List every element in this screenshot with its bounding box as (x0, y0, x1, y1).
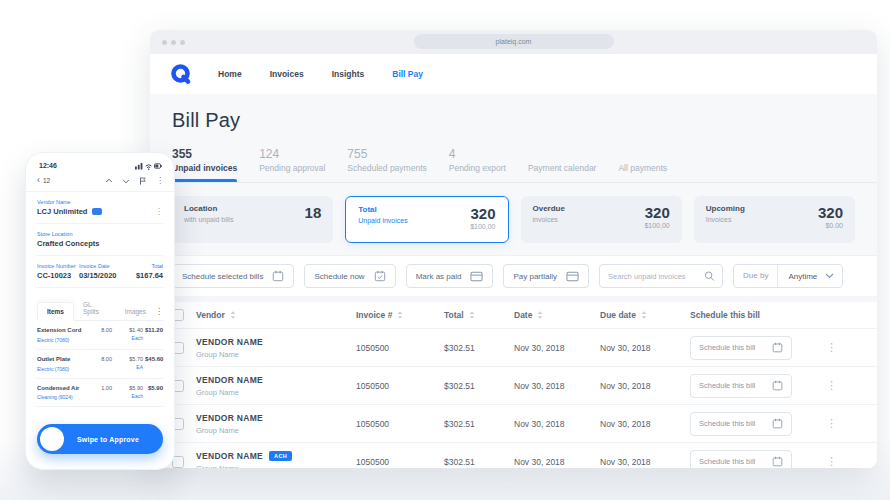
phone-mockup: 12:46 ‹ 12 (25, 152, 175, 470)
card-title: Total (358, 205, 407, 214)
invoices-panel: Schedule selected bills Schedule now (150, 255, 877, 468)
item-qty: 8.00 (95, 356, 112, 372)
tab-all-payments[interactable]: All payments (618, 144, 667, 182)
item-unit: Each (114, 393, 143, 399)
vendor-group: Group Name (196, 426, 356, 435)
column-header-date[interactable]: Date (514, 310, 600, 320)
phone-tab-items[interactable]: Items (37, 302, 74, 321)
tab-count: 4 (449, 147, 506, 163)
row-menu-icon[interactable]: ⋮ (808, 380, 855, 391)
tab-pending-approval[interactable]: 124 Pending approval (259, 144, 325, 182)
menu-icon[interactable]: ⋮ (156, 177, 164, 185)
schedule-this-bill-button[interactable]: Schedule this bill (690, 336, 792, 360)
store-location-label: Store Location (37, 231, 163, 237)
search-input[interactable] (608, 272, 704, 281)
sort-icon[interactable] (537, 310, 543, 320)
tab-unpaid-invoices[interactable]: 355 Unpaid invoices (172, 144, 237, 182)
address-bar[interactable]: plateiq.com (414, 34, 614, 49)
swipe-to-approve-button[interactable]: Swipe to Approve (37, 424, 163, 454)
pay-partially-button[interactable]: Pay partially (503, 264, 589, 288)
window-control-dot[interactable] (162, 40, 167, 45)
card-subtitle: Unpaid invoices (358, 217, 407, 224)
schedule-now-button[interactable]: Schedule now (304, 264, 395, 288)
item-price: $5.90 (114, 385, 143, 391)
nav-item-invoices[interactable]: Invoices (270, 69, 304, 79)
button-label: Schedule selected bills (182, 272, 263, 281)
calendar-icon (772, 342, 783, 353)
item-total: $5.90 (145, 385, 163, 401)
tab-label: All payments (618, 163, 667, 182)
back-button[interactable]: ‹ 12 (37, 176, 50, 185)
vendor-group: Group Name (196, 464, 356, 469)
chevron-down-icon[interactable] (122, 177, 130, 185)
tab-payment-calendar[interactable]: Payment calendar (528, 144, 597, 182)
schedule-this-bill-button[interactable]: Schedule this bill (690, 450, 792, 469)
vendor-chip-icon[interactable] (92, 208, 102, 215)
column-header-vendor[interactable]: Vendor (196, 310, 356, 320)
swipe-label: Swipe to Approve (61, 436, 139, 443)
due-by-filter[interactable]: Due by Anytime (733, 264, 843, 288)
bulk-actions-toolbar: Schedule selected bills Schedule now (150, 256, 877, 296)
table-header: Vendor Invoice # Total (150, 302, 877, 329)
item-qty: 1.00 (95, 385, 112, 401)
line-item: Outlet Plate Electric (7080) 8.00 $5.70 … (37, 350, 163, 379)
address-bar-url: plateiq.com (496, 38, 532, 45)
nav-item-bill-pay[interactable]: Bill Pay (392, 69, 423, 79)
item-unit: Each (114, 335, 143, 341)
summary-card-location[interactable]: Location with unpaid bills 18 (172, 196, 333, 243)
tab-scheduled-payments[interactable]: 755 Scheduled payments (347, 144, 426, 182)
swipe-handle[interactable] (40, 427, 64, 451)
nav-links: Home Invoices Insights Bill Pay (218, 69, 423, 79)
row-menu-icon[interactable]: ⋮ (808, 418, 855, 429)
nav-item-home[interactable]: Home (218, 69, 242, 79)
column-header-total[interactable]: Total (444, 310, 514, 320)
item-name: Condensed Air (37, 385, 93, 393)
table-row: VENDOR NAME Group Name 1050500 $302.51 N… (150, 405, 877, 443)
line-item: Condensed Air Cleaning (9024) 1.00 $5.90… (37, 379, 163, 408)
summary-card-overdue[interactable]: Overdue invoices 320 $100,00 (521, 196, 682, 243)
window-controls[interactable] (162, 40, 185, 45)
item-unit: EA (114, 364, 143, 370)
phone-tab-gl-splits[interactable]: GL Splits (74, 296, 116, 320)
sort-icon[interactable] (641, 310, 647, 320)
tab-label: Pending export (449, 163, 506, 182)
column-header-due-date[interactable]: Due date (600, 310, 690, 320)
item-total: $45.60 (145, 356, 163, 372)
search-icon (704, 270, 715, 282)
sort-icon[interactable] (397, 310, 403, 320)
vendor-menu-icon[interactable]: ⋮ (155, 208, 163, 216)
schedule-this-bill-button[interactable]: Schedule this bill (690, 412, 792, 436)
phone-tabs-menu-icon[interactable]: ⋮ (155, 308, 163, 320)
item-price: $5.70 (114, 356, 143, 362)
summary-card-total-unpaid[interactable]: Total Unpaid invoices 320 $100,00 (345, 196, 508, 243)
chevron-left-icon: ‹ (37, 176, 40, 185)
window-control-dot[interactable] (180, 40, 185, 45)
schedule-selected-bills-button[interactable]: Schedule selected bills (172, 264, 294, 288)
window-control-dot[interactable] (171, 40, 176, 45)
tab-label: Pending approval (259, 163, 325, 182)
invoice-due-date: Nov 30, 2018 (600, 457, 690, 467)
nav-item-insights[interactable]: Insights (332, 69, 365, 79)
sort-icon[interactable] (469, 310, 475, 320)
phone-tab-images[interactable]: Images (116, 303, 155, 320)
card-subtitle: Invoices (706, 216, 745, 223)
column-header-invoice[interactable]: Invoice # (356, 310, 444, 320)
card-amount: $100,00 (470, 223, 495, 230)
card-title: Overdue (533, 204, 565, 213)
chevron-up-icon[interactable] (105, 177, 113, 185)
sort-icon[interactable] (230, 310, 236, 320)
flag-icon[interactable] (139, 177, 147, 185)
schedule-this-bill-button[interactable]: Schedule this bill (690, 374, 792, 398)
column-header-schedule: Schedule this bill (690, 310, 808, 320)
invoice-number-label: Invoice Number (37, 263, 79, 269)
row-menu-icon[interactable]: ⋮ (808, 456, 855, 467)
summary-card-upcoming[interactable]: Upcoming Invoices 320 $0.00 (694, 196, 855, 243)
due-by-value: Anytime (778, 272, 825, 281)
invoice-total-value: $167.64 (121, 271, 163, 280)
phone-footer: Swipe to Approve (26, 411, 174, 469)
row-menu-icon[interactable]: ⋮ (808, 342, 855, 353)
tab-bar: 355 Unpaid invoices 124 Pending approval… (150, 132, 877, 183)
tab-pending-export[interactable]: 4 Pending export (449, 144, 506, 182)
button-label: Pay partially (513, 272, 557, 281)
mark-as-paid-button[interactable]: Mark as paid (406, 264, 494, 288)
